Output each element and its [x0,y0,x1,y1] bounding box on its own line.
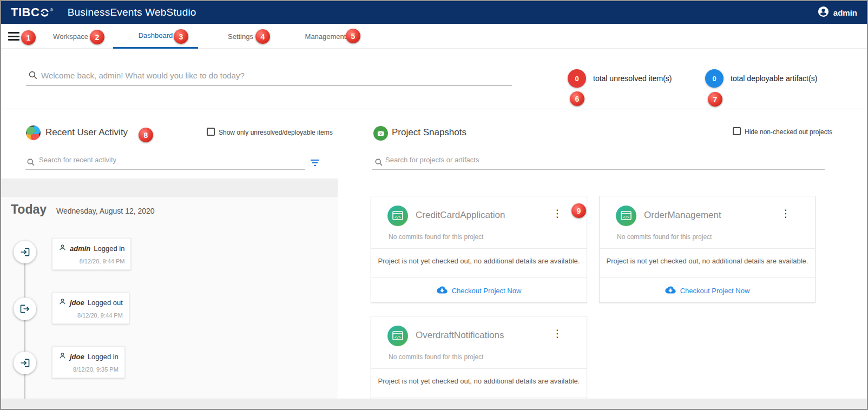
timeline-line [24,241,25,409]
project-snapshots-icon [373,126,388,141]
activity-time: 8/12/20, 9:44 PM [58,312,123,319]
callout-5: 5 [346,29,360,43]
project-card: </> CreditCardApplication ⋮ No commits f… [371,196,587,303]
activity-user: admin [70,244,90,253]
activity-time: 8/12/20, 9:44 PM [58,258,124,264]
project-commits-note: No commits found for this project [617,233,712,241]
person-icon [58,352,67,361]
hide-projects-checkbox[interactable] [733,127,741,135]
activity-search-input[interactable] [25,150,305,170]
card-divider [371,368,587,369]
unresolved-stat: 0 total unresolved item(s) [568,69,672,88]
deployable-label: total deployable artifact(s) [731,74,817,83]
project-name: OverdraftNotifications [416,330,504,341]
day-date: Wednesday, August 12, 2020 [56,207,155,215]
app-header: TIBC ® BusinessEvents WebStudio admin [1,1,867,24]
deployable-count-badge: 0 [705,69,724,88]
show-unresolved-checkbox[interactable] [207,128,215,136]
day-group-header: Today Wednesday, August 12, 2020 [11,202,155,217]
project-details: Project is not yet checked out, no addit… [606,257,808,265]
project-icon: </> [387,206,408,226]
project-commits-note: No commits found for this project [389,233,483,241]
callout-1: 1 [21,30,36,45]
login-icon [14,352,36,374]
checkout-project-label: Checkout Project Now [680,287,750,295]
activity-user: jdoe [70,353,84,361]
hide-projects-label: Hide non-checked out projects [745,128,832,136]
recent-activity-icon [26,125,41,140]
card-divider [371,277,587,278]
activity-list-stripe [1,178,338,197]
global-search-input[interactable] [26,65,512,86]
cloud-download-icon [665,286,676,296]
activity-entry[interactable]: admin Logged in 8/12/20, 9:44 PM [52,238,131,270]
show-unresolved-label: Show only unresolved/deployable items [219,129,333,136]
checkout-project-link[interactable]: Checkout Project Now [371,286,587,296]
project-snapshots-panel: Project Snapshots Hide non-checked out p… [342,109,867,409]
checkout-project-label: Checkout Project Now [452,287,522,295]
logout-icon [14,297,36,320]
kebab-menu-icon[interactable]: ⋮ [551,327,564,340]
project-card: </> OrderManagement ⋮ No commits found f… [599,196,816,303]
tab-strip: Workspace Dashboard Settings Management [28,24,368,49]
callout-9: 9 [571,203,586,218]
activity-entry-row: jdoe Logged in [58,352,119,361]
tibco-logo: TIBC ® [11,5,54,19]
kebab-menu-icon[interactable]: ⋮ [551,207,564,220]
svg-text:</>: </> [394,215,402,220]
callout-6: 6 [570,91,584,106]
project-commits-note: No commits found for this project [389,353,483,361]
tab-settings[interactable]: Settings [198,24,283,49]
recent-activity-panel: Recent User Activity Show only unresolve… [1,109,342,409]
horizontal-scrollbar[interactable] [1,399,867,409]
project-details: Project is not yet checked out, no addit… [378,377,580,385]
svg-text:</>: </> [623,215,630,220]
project-icon: </> [616,206,636,226]
kebab-menu-icon[interactable]: ⋮ [779,207,792,220]
callout-3: 3 [174,29,188,44]
tibco-logo-text: TIBC [11,5,40,19]
menu-icon[interactable] [8,32,19,43]
unresolved-label: total unresolved item(s) [593,74,672,83]
global-search-section: 0 total unresolved item(s) 0 total deplo… [1,49,867,109]
app-title: BusinessEvents WebStudio [68,6,196,18]
user-name: admin [833,8,857,17]
activity-time: 8/12/20, 9:35 PM [58,366,119,373]
checkout-project-link[interactable]: Checkout Project Now [600,286,815,296]
project-name: OrderManagement [644,210,721,221]
tibco-logo-o-icon [40,8,49,17]
tab-bar: Workspace Dashboard Settings Management [1,24,867,49]
card-divider [371,248,587,249]
activity-entry-row: admin Logged in [58,243,124,253]
card-divider [371,398,587,398]
svg-text:</>: </> [394,335,402,340]
cloud-download-icon [437,286,448,296]
unresolved-count-badge: 0 [568,69,586,88]
card-divider [600,248,815,249]
callout-4: 4 [255,29,270,44]
callout-7: 7 [708,92,722,107]
project-name: CreditCardApplication [416,210,505,221]
person-icon [58,297,67,307]
login-icon [14,241,36,263]
registered-mark: ® [50,8,53,12]
card-divider [600,277,815,278]
recent-activity-title: Recent User Activity [45,127,128,138]
filter-icon[interactable] [310,159,320,169]
callout-8: 8 [139,128,153,142]
project-snapshots-title: Project Snapshots [392,127,466,138]
activity-action: Logged in [88,353,119,361]
deployable-stat: 0 total deployable artifact(s) [705,69,817,88]
activity-action: Logged in [94,244,124,253]
projects-search-input[interactable] [372,150,825,170]
activity-entry[interactable]: jdoe Logged in 8/12/20, 9:35 PM [52,346,125,378]
activity-entry[interactable]: jdoe Logged out 8/12/20, 9:44 PM [52,292,129,324]
activity-user: jdoe [70,299,84,307]
user-avatar-icon [817,5,830,19]
activity-action: Logged out [88,299,123,307]
project-icon: </> [387,326,408,346]
app-window: TIBC ® BusinessEvents WebStudio admin Wo… [0,0,868,410]
user-menu[interactable]: admin [817,5,857,19]
project-details: Project is not yet checked out, no addit… [378,257,580,265]
project-card: </> OverdraftNotifications ⋮ No commits … [371,316,587,410]
